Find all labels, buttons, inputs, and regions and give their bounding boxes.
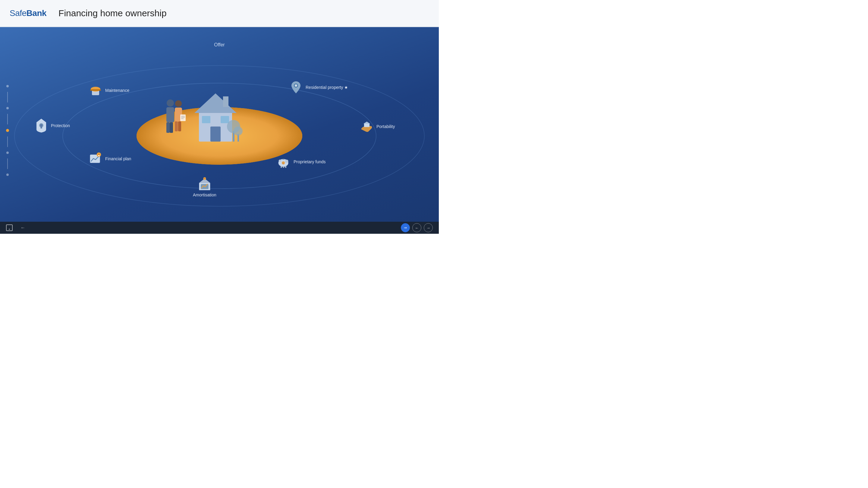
svg-rect-9 bbox=[223, 96, 228, 107]
svg-rect-41 bbox=[283, 166, 284, 168]
svg-rect-6 bbox=[210, 127, 221, 141]
financial-label: Financial plan bbox=[105, 156, 131, 161]
financial-icon bbox=[89, 152, 102, 165]
svg-point-13 bbox=[234, 127, 243, 135]
tablet-icon bbox=[6, 224, 13, 231]
maintenance-label: Maintenance bbox=[105, 88, 129, 93]
sidebar-nav-dots bbox=[6, 85, 9, 176]
protection-label: Protection bbox=[51, 123, 70, 128]
offer-label: Offer bbox=[214, 42, 224, 47]
svg-rect-42 bbox=[285, 166, 287, 168]
proprietary-label: Proprietary funds bbox=[293, 159, 326, 164]
svg-rect-29 bbox=[90, 90, 101, 91]
prev-button[interactable]: ← bbox=[412, 223, 421, 232]
svg-rect-40 bbox=[281, 166, 282, 168]
svg-rect-54 bbox=[41, 126, 42, 128]
node-portability[interactable]: Portability bbox=[360, 120, 395, 133]
bottom-left: ← bbox=[6, 224, 25, 231]
node-amortisation[interactable]: Amortisation bbox=[193, 178, 216, 197]
svg-point-14 bbox=[167, 99, 174, 107]
portability-icon bbox=[360, 120, 373, 133]
back-arrow[interactable]: ← bbox=[21, 225, 25, 230]
sidebar-dot-3-active[interactable] bbox=[6, 129, 9, 132]
svg-rect-50 bbox=[98, 155, 100, 156]
svg-rect-17 bbox=[170, 122, 173, 133]
svg-rect-16 bbox=[166, 122, 170, 133]
sidebar-line-3 bbox=[7, 136, 8, 147]
portability-label: Portability bbox=[376, 124, 395, 129]
svg-rect-15 bbox=[166, 107, 174, 122]
house-illustration bbox=[187, 84, 244, 144]
amortisation-icon bbox=[198, 178, 211, 191]
logo: SafeBank bbox=[10, 8, 46, 18]
svg-point-36 bbox=[279, 160, 281, 162]
residential-label: Residential property ★ bbox=[306, 85, 348, 90]
page-title: Financing home ownership bbox=[59, 8, 167, 19]
bottom-right: ⇒ ← → bbox=[401, 223, 433, 232]
svg-marker-5 bbox=[194, 93, 237, 113]
svg-rect-21 bbox=[178, 121, 181, 131]
svg-rect-20 bbox=[175, 121, 178, 131]
svg-point-31 bbox=[295, 84, 297, 87]
protection-icon bbox=[35, 119, 48, 132]
node-residential[interactable]: Residential property ★ bbox=[289, 81, 348, 94]
sidebar-line-4 bbox=[7, 158, 8, 169]
amortisation-label: Amortisation bbox=[193, 193, 216, 197]
sidebar-dot-4[interactable] bbox=[6, 152, 9, 154]
svg-text:$: $ bbox=[282, 162, 284, 164]
logo-safe: Safe bbox=[10, 8, 27, 18]
svg-marker-33 bbox=[364, 122, 370, 124]
main-diagram: Offer Maintenance Residential propert bbox=[0, 27, 439, 234]
bottom-bar: ← ⇒ ← → bbox=[0, 222, 439, 234]
svg-point-18 bbox=[175, 100, 182, 107]
node-maintenance[interactable]: Maintenance bbox=[89, 84, 129, 97]
people-illustration bbox=[160, 96, 190, 135]
sidebar-line-1 bbox=[7, 92, 8, 102]
sidebar-dot-1[interactable] bbox=[6, 85, 9, 87]
node-proprietary[interactable]: $ Proprietary funds bbox=[277, 155, 326, 168]
svg-rect-22 bbox=[180, 115, 186, 121]
residential-icon bbox=[289, 81, 303, 94]
logo-bank: Bank bbox=[27, 8, 46, 18]
svg-rect-8 bbox=[221, 116, 229, 123]
svg-rect-7 bbox=[202, 116, 210, 123]
proprietary-icon: $ bbox=[277, 155, 290, 168]
next-button[interactable]: → bbox=[424, 223, 433, 232]
node-protection[interactable]: Protection bbox=[35, 119, 70, 132]
svg-rect-32 bbox=[364, 123, 370, 127]
node-financial[interactable]: Financial plan bbox=[89, 152, 131, 165]
svg-point-35 bbox=[285, 160, 288, 163]
svg-rect-37 bbox=[282, 159, 284, 160]
header: SafeBank Financing home ownership bbox=[0, 0, 439, 27]
sidebar-dot-2[interactable] bbox=[6, 107, 9, 109]
sidebar-dot-5[interactable] bbox=[6, 173, 9, 176]
maintenance-icon bbox=[89, 84, 102, 97]
sidebar-line-2 bbox=[7, 114, 8, 124]
present-button[interactable]: ⇒ bbox=[401, 223, 410, 232]
